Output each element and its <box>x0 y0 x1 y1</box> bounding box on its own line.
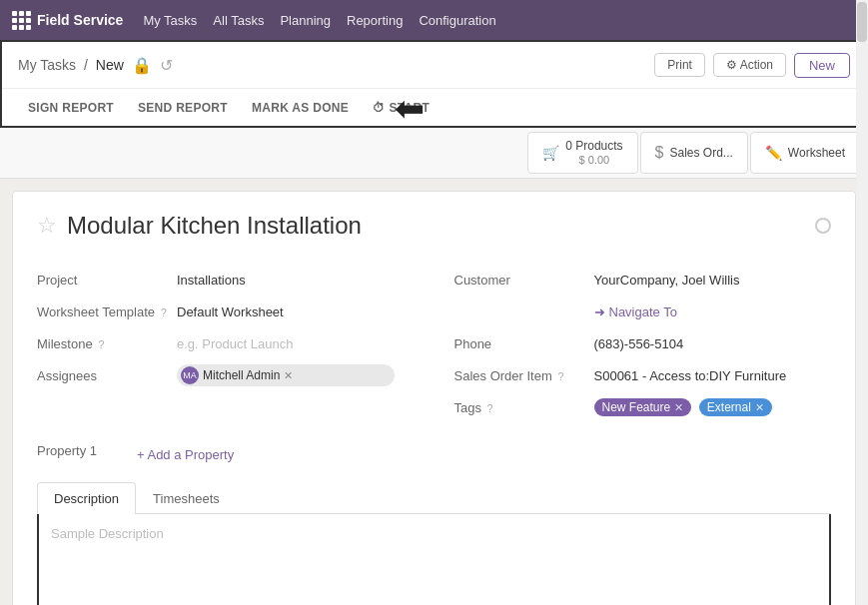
nav-all-tasks[interactable]: All Tasks <box>213 13 264 28</box>
send-report-button[interactable]: SEND REPORT <box>128 97 238 119</box>
sales-order-item-label: Sales Order Item ? <box>454 368 594 383</box>
tab-description[interactable]: Description <box>37 482 136 514</box>
top-navigation: Field Service My Tasks All Tasks Plannin… <box>0 0 868 40</box>
save-icon[interactable]: 🔒 <box>132 56 152 75</box>
worksheet-stat[interactable]: ✏️ Worksheet <box>750 132 860 174</box>
form-col-right: Customer YourCompany, Joel Willis ➜ Navi… <box>434 264 832 423</box>
dollar-icon: $ <box>655 144 664 162</box>
field-customer: Customer YourCompany, Joel Willis <box>454 264 832 296</box>
main-content: ☆ Modular Kitchen Installation Project I… <box>12 191 856 605</box>
arrow-right-icon: ➜ <box>594 304 605 319</box>
start-button[interactable]: ⏱ START <box>363 97 439 119</box>
products-stat[interactable]: 🛒 0 Products$ 0.00 <box>527 132 637 174</box>
field-assignees: Assignees MA Mitchell Admin ✕ <box>37 359 395 391</box>
assignee-remove[interactable]: ✕ <box>284 369 293 382</box>
field-phone: Phone (683)-556-5104 <box>454 327 832 359</box>
help-icon-tags[interactable]: ? <box>487 402 493 414</box>
project-value[interactable]: Installations <box>177 273 395 288</box>
project-label: Project <box>37 273 177 288</box>
form-grid: Project Installations Worksheet Template… <box>37 264 831 423</box>
property-section: Property 1 + Add a Property <box>37 435 831 466</box>
phone-label: Phone <box>454 336 594 351</box>
assignee-avatar: MA <box>181 366 199 384</box>
add-property-button[interactable]: + Add a Property <box>137 447 234 462</box>
gear-icon: ⚙ <box>726 58 737 72</box>
breadcrumb-left: My Tasks / New 🔒 ↺ <box>18 56 173 75</box>
field-project: Project Installations <box>37 264 395 296</box>
scrollbar-thumb[interactable] <box>857 2 867 42</box>
tag-label: External <box>707 400 751 414</box>
stats-bar: 🛒 0 Products$ 0.00 $ Sales Ord... ✏️ Wor… <box>0 128 868 179</box>
breadcrumb-bar: My Tasks / New 🔒 ↺ Print ⚙ Action New <box>2 42 866 88</box>
status-button[interactable] <box>815 218 831 234</box>
star-icon[interactable]: ☆ <box>37 213 57 239</box>
tabs-section: Description Timesheets Sample Descriptio… <box>37 482 831 605</box>
mark-done-button[interactable]: MARK AS DONE <box>242 97 359 119</box>
tag-remove-new-feature[interactable]: ✕ <box>674 401 683 414</box>
products-count: 0 Products$ 0.00 <box>565 139 622 167</box>
customer-label: Customer <box>454 273 594 288</box>
property-label: Property 1 <box>37 443 97 458</box>
nav-my-tasks[interactable]: My Tasks <box>143 13 197 28</box>
field-tags: Tags ? New Feature ✕ External ✕ <box>454 391 832 423</box>
field-sales-order-item: Sales Order Item ? S00061 - Access to:DI… <box>454 359 832 391</box>
sales-order-stat[interactable]: $ Sales Ord... <box>640 132 748 174</box>
help-icon-soi[interactable]: ? <box>557 370 563 382</box>
action-bar: SIGN REPORT SEND REPORT MARK AS DONE ⏱ S… <box>2 88 866 126</box>
milestone-value[interactable]: e.g. Product Launch <box>177 336 395 351</box>
breadcrumb: My Tasks / New <box>18 57 124 73</box>
customer-value[interactable]: YourCompany, Joel Willis <box>594 273 832 288</box>
description-placeholder: Sample Description <box>51 526 164 541</box>
description-area: Sample Description <box>37 514 831 605</box>
nav-planning[interactable]: Planning <box>280 13 331 28</box>
breadcrumb-right: Print ⚙ Action New <box>654 53 850 78</box>
assignees-value: MA Mitchell Admin ✕ <box>177 364 395 386</box>
help-icon-milestone[interactable]: ? <box>98 338 104 350</box>
print-button[interactable]: Print <box>654 53 705 77</box>
navigate-to-button[interactable]: ➜ Navigate To <box>594 304 677 319</box>
cart-icon: 🛒 <box>542 145 559 161</box>
tag-label: New Feature <box>602 400 671 414</box>
milestone-label: Milestone ? <box>37 336 177 351</box>
phone-value[interactable]: (683)-556-5104 <box>594 336 832 351</box>
tab-timesheets[interactable]: Timesheets <box>136 482 237 514</box>
worksheet-label: Worksheet <box>788 146 845 160</box>
tags-container: New Feature ✕ External ✕ <box>594 398 832 416</box>
app-logo[interactable]: Field Service <box>12 11 123 30</box>
field-milestone: Milestone ? e.g. Product Launch <box>37 327 395 359</box>
tag-new-feature: New Feature ✕ <box>594 398 692 416</box>
field-navigate: ➜ Navigate To <box>454 296 832 327</box>
scrollbar[interactable] <box>856 0 868 605</box>
help-icon[interactable]: ? <box>161 306 167 318</box>
nav-reporting[interactable]: Reporting <box>347 13 403 28</box>
app-name: Field Service <box>37 12 123 28</box>
field-worksheet-template: Worksheet Template ? Default Worksheet <box>37 296 395 327</box>
page-title: Modular Kitchen Installation <box>67 212 362 240</box>
tags-label: Tags ? <box>454 400 594 415</box>
worksheet-template-value[interactable]: Default Worksheet <box>177 304 395 319</box>
breadcrumb-parent[interactable]: My Tasks <box>18 57 76 73</box>
breadcrumb-current: New <box>96 57 124 73</box>
navigate-to-label: Navigate To <box>609 304 677 319</box>
tag-remove-external[interactable]: ✕ <box>755 401 764 414</box>
tab-bar: Description Timesheets <box>37 482 831 514</box>
worksheet-template-label: Worksheet Template ? <box>37 304 177 319</box>
assignees-label: Assignees <box>37 368 177 383</box>
new-button[interactable]: New <box>794 53 850 78</box>
grid-icon <box>12 11 31 30</box>
undo-icon[interactable]: ↺ <box>160 56 173 75</box>
sales-order-item-value[interactable]: S00061 - Access to:DIY Furniture <box>594 368 832 383</box>
sign-report-button[interactable]: SIGN REPORT <box>18 97 124 119</box>
assignee-name: Mitchell Admin <box>203 368 280 382</box>
clock-icon: ⏱ <box>373 101 385 115</box>
tag-external: External ✕ <box>699 398 772 416</box>
pencil-icon: ✏️ <box>765 145 782 161</box>
nav-configuration[interactable]: Configuration <box>419 13 495 28</box>
title-row: ☆ Modular Kitchen Installation <box>37 212 831 240</box>
sales-order-label: Sales Ord... <box>670 146 733 160</box>
assignee-tag: MA Mitchell Admin ✕ <box>177 364 395 386</box>
action-button[interactable]: ⚙ Action <box>713 53 786 77</box>
form-col-left: Project Installations Worksheet Template… <box>37 264 434 423</box>
top-nav-links: My Tasks All Tasks Planning Reporting Co… <box>143 13 495 28</box>
